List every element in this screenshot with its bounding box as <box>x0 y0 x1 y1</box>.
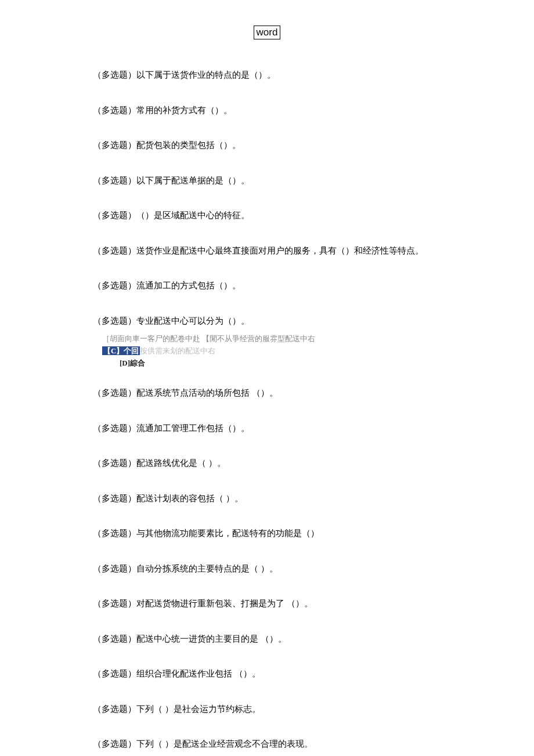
question-tag: （多选题） <box>93 599 136 608</box>
question-item: （多选题）组织合理化配送作业包括 （）。 <box>93 667 488 681</box>
question-tag: （多选题） <box>93 246 136 255</box>
question-text: 常用的补货方式有（）。 <box>136 106 232 115</box>
question-item: （多选题）专业配送中心可以分为（）。 <box>93 314 488 328</box>
question-item: （多选题）与其他物流功能要素比，配送特有的功能是（） <box>93 527 488 540</box>
question-text: 自动分拣系统的主要特点的是（ ）。 <box>136 564 278 573</box>
question-tag: （多选题） <box>93 529 136 538</box>
question-tag: （多选题） <box>93 634 136 643</box>
question-item: （多选题）配送中心统一进货的主要目的是 （）。 <box>93 632 488 646</box>
option-line: [D]綜合 <box>102 357 488 370</box>
question-tag: （多选题） <box>93 106 136 115</box>
option-faded: 按供需来划的配送中右 <box>140 346 215 355</box>
question-item: （多选题）流通加工管理工作包括（）。 <box>93 422 488 435</box>
question-item: （多选题）自动分拣系统的主要特点的是（ ）。 <box>93 562 488 576</box>
question-text: 对配送货物进行重新包装、打捆是为了 （）。 <box>136 599 313 608</box>
question-text: 流通加工的方式包括（）。 <box>136 281 241 290</box>
question-item: （多选题）（）是区域配送中心的特征。 <box>93 209 488 222</box>
question-item: （多选题）配送计划表的容包括（ ）。 <box>93 492 488 505</box>
question-item: （多选题）流通加工的方式包括（）。 <box>93 279 488 292</box>
question-text: 配送路线优化是（ ）。 <box>136 458 226 468</box>
question-text: 配送系统节点活动的场所包括 （）。 <box>136 388 278 397</box>
question-tag: （多选题） <box>93 211 136 220</box>
question-text: 配送计划表的容包括（ ）。 <box>136 494 243 503</box>
question-tag: （多选题） <box>93 669 136 678</box>
question-item: （多选题）常用的补货方式有（）。 <box>93 104 488 117</box>
page-header: word <box>0 26 534 39</box>
document-page: word （多选题）以下属于送货作业的特点的是（）。 （多选题）常用的补货方式有… <box>0 0 534 756</box>
question-text: （）是区域配送中心的特征。 <box>136 211 250 220</box>
question-text: 流通加工管理工作包括（）。 <box>136 424 250 433</box>
question-item: （多选题）下列（ ）是社会运力节约标志。 <box>93 703 488 716</box>
question-item: （多选题）送货作业是配送中心最终直接面对用户的服务，具有（）和经济性等特点。 <box>93 244 488 258</box>
question-tag: （多选题） <box>93 388 136 397</box>
question-tag: （多选题） <box>93 739 136 748</box>
question-tag: （多选题） <box>93 316 136 325</box>
question-tag: （多选题） <box>93 70 136 79</box>
question-text: 专业配送中心可以分为（）。 <box>136 316 250 325</box>
question-text: 下列（ ）是配送企业经营观念不合理的表现。 <box>136 739 313 748</box>
question-text: 配送中心统一进货的主要目的是 （）。 <box>136 634 287 643</box>
question-tag: （多选题） <box>93 140 136 150</box>
header-title: word <box>254 26 281 39</box>
question-tag: （多选题） <box>93 458 136 468</box>
option-line: 【C】个回按供需来划的配送中右 <box>102 345 488 357</box>
question-tag: （多选题） <box>93 704 136 714</box>
question-text: 下列（ ）是社会运力节约标志。 <box>136 704 261 714</box>
question-text: 配货包装的类型包括（）。 <box>136 140 241 150</box>
question-item: （多选题）以下属于送货作业的特点的是（）。 <box>93 68 488 82</box>
option-highlight: 【C】个回 <box>102 346 140 355</box>
question-item: （多选题）配送系统节点活动的场所包括 （）。 <box>93 386 488 400</box>
question-item: （多选题）配货包装的类型包括（）。 <box>93 139 488 152</box>
option-line: ［胡面向車一客尸的配卷中赴 【閒不从爭经营的服雰型配送中右 <box>102 333 488 345</box>
question-text: 组织合理化配送作业包括 （）。 <box>136 669 261 678</box>
question-tag: （多选题） <box>93 281 136 290</box>
question-item: （多选题）以下属于配送单据的是（）。 <box>93 174 488 187</box>
question-tag: （多选题） <box>93 564 136 573</box>
question-text: 与其他物流功能要素比，配送特有的功能是（） <box>136 529 319 538</box>
question-text: 以下属于送货作业的特点的是（）。 <box>136 70 276 79</box>
question-text: 以下属于配送单据的是（）。 <box>136 176 250 185</box>
question-item: （多选题）对配送货物进行重新包装、打捆是为了 （）。 <box>93 597 488 610</box>
question-tag: （多选题） <box>93 494 136 503</box>
question-item: （多选题）下列（ ）是配送企业经营观念不合理的表现。 <box>93 737 488 751</box>
question-tag: （多选题） <box>93 424 136 433</box>
options-block: ［胡面向車一客尸的配卷中赴 【閒不从爭经营的服雰型配送中右 【C】个回按供需来划… <box>93 333 488 369</box>
question-item: （多选题）配送路线优化是（ ）。 <box>93 457 488 470</box>
question-text: 送货作业是配送中心最终直接面对用户的服务，具有（）和经济性等特点。 <box>136 246 424 255</box>
question-tag: （多选题） <box>93 176 136 185</box>
content-area: （多选题）以下属于送货作业的特点的是（）。 （多选题）常用的补货方式有（）。 （… <box>0 68 534 756</box>
